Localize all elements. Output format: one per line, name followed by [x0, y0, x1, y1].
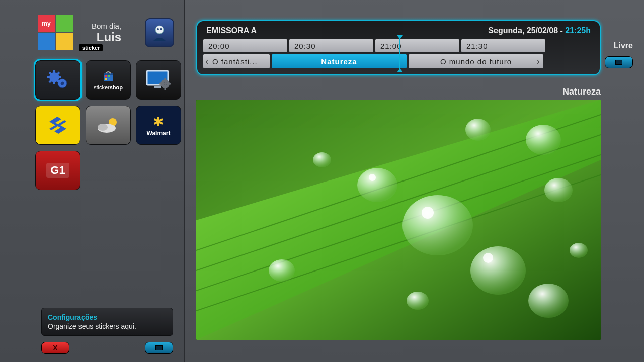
- monitor-gear-icon: [144, 68, 173, 92]
- app-tile-stickershop[interactable]: stickershop: [86, 60, 131, 100]
- app-tile-walmart[interactable]: ✱ Walmart: [136, 106, 181, 145]
- bb-logo-icon: [45, 113, 70, 138]
- svg-point-42: [570, 243, 588, 258]
- svg-rect-16: [108, 78, 110, 80]
- svg-rect-14: [108, 75, 110, 77]
- svg-rect-18: [154, 86, 161, 88]
- gear-icon: [45, 67, 70, 93]
- app-label: Walmart: [147, 130, 171, 137]
- time-slot: 21:00: [375, 39, 459, 52]
- info-text: Organize seus stickers aqui.: [48, 322, 167, 330]
- svg-point-45: [369, 174, 376, 181]
- sidebar: my sticker Bom dia, Luis: [0, 0, 185, 362]
- logo-quadrant: [38, 33, 55, 50]
- username: Luis: [92, 30, 121, 44]
- header: my sticker Bom dia, Luis: [38, 15, 174, 50]
- video-preview[interactable]: [196, 100, 601, 340]
- logo-quadrant: my: [38, 15, 55, 32]
- epg-status: Livre: [614, 41, 633, 50]
- program-title: Natureza: [562, 86, 601, 97]
- weather-icon: [95, 115, 122, 135]
- logo-quadrant: [56, 33, 73, 50]
- app-grid: stickershop ✱ Walmart: [35, 60, 181, 190]
- greeting-text: Bom dia,: [92, 22, 121, 30]
- svg-point-35: [526, 125, 561, 155]
- slot-icon: [155, 345, 163, 350]
- program-prev[interactable]: O fantásti...: [203, 54, 270, 68]
- time-slots: 20:00 20:30 21:00 21:30: [203, 39, 545, 52]
- logo-label: sticker: [79, 44, 103, 51]
- svg-rect-13: [105, 75, 107, 77]
- svg-point-38: [313, 152, 331, 167]
- close-button[interactable]: X: [41, 342, 69, 354]
- time-slot: 21:30: [461, 39, 545, 52]
- shopping-bag-icon: [101, 69, 115, 83]
- logo-quadrant: [56, 15, 73, 32]
- app-tile-tv-settings[interactable]: [136, 60, 181, 100]
- info-box: Configurações Organize seus stickers aqu…: [41, 308, 173, 336]
- epg-panel: EMISSORA A Segunda, 25/02/08 - 21:25h 20…: [196, 20, 601, 75]
- time-slot: 20:00: [203, 39, 287, 52]
- svg-point-0: [155, 26, 164, 34]
- epg-action-button[interactable]: [605, 56, 633, 68]
- slot-icon: [615, 60, 622, 65]
- user-icon: [150, 24, 169, 42]
- svg-point-2: [160, 28, 162, 30]
- svg-point-33: [357, 168, 397, 202]
- svg-point-44: [483, 253, 493, 263]
- svg-point-41: [407, 292, 429, 310]
- channel-name: EMISSORA A: [206, 26, 257, 35]
- app-tile-banco-brasil[interactable]: [35, 106, 80, 145]
- svg-point-40: [528, 284, 569, 318]
- now-indicator: [399, 38, 400, 69]
- svg-point-1: [157, 28, 159, 30]
- action-button[interactable]: [145, 342, 173, 354]
- program-row: O fantásti... Natureza O mundo do futuro: [203, 54, 545, 68]
- datetime: Segunda, 25/02/08 - 21:25h: [488, 26, 591, 35]
- walmart-spark-icon: ✱: [153, 114, 164, 130]
- svg-point-43: [422, 207, 434, 219]
- program-next[interactable]: O mundo do futuro: [409, 54, 543, 68]
- svg-rect-15: [105, 78, 107, 80]
- svg-point-34: [470, 246, 526, 295]
- svg-point-37: [544, 178, 573, 202]
- svg-point-36: [465, 119, 491, 141]
- app-label: G1: [46, 163, 69, 178]
- app-tile-weather[interactable]: [86, 106, 131, 145]
- avatar[interactable]: [145, 18, 174, 47]
- svg-point-25: [98, 124, 108, 131]
- app-tile-g1[interactable]: G1: [35, 151, 80, 190]
- close-icon: X: [53, 344, 57, 352]
- app-logo: my: [38, 15, 73, 50]
- time-slot: 20:30: [289, 39, 373, 52]
- svg-point-39: [269, 259, 295, 282]
- app-tile-settings[interactable]: [35, 60, 80, 100]
- program-current[interactable]: Natureza: [272, 54, 407, 68]
- svg-point-32: [403, 195, 473, 255]
- app-label: stickershop: [94, 84, 123, 90]
- greeting: Bom dia, Luis: [92, 22, 121, 44]
- svg-rect-12: [104, 73, 113, 75]
- svg-point-6: [61, 82, 64, 85]
- nature-image: [196, 100, 601, 340]
- info-title: Configurações: [48, 313, 167, 321]
